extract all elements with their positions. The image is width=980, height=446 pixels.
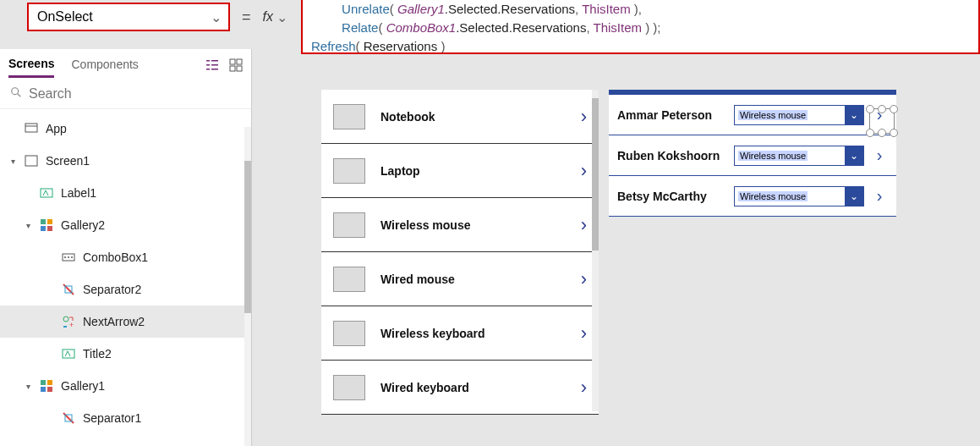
svg-rect-30 — [41, 387, 46, 392]
svg-rect-3 — [211, 64, 218, 66]
product-thumbnail — [333, 267, 365, 292]
gallery-icon — [39, 217, 54, 233]
svg-rect-8 — [230, 66, 235, 71]
tree-item-screen1[interactable]: ▾Screen1 — [0, 145, 251, 177]
chevron-right-icon[interactable]: › — [581, 322, 587, 344]
svg-rect-12 — [25, 124, 37, 132]
tree-item-label1[interactable]: Label1 — [0, 177, 251, 209]
search-placeholder: Search — [29, 86, 72, 102]
caret-icon: ▾ — [24, 382, 32, 391]
svg-rect-19 — [47, 226, 52, 231]
svg-rect-0 — [206, 60, 210, 62]
product-row[interactable]: Wired mouse› — [321, 252, 599, 306]
tree-item-label: App — [46, 122, 67, 135]
chevron-down-icon: ⌄ — [211, 9, 222, 25]
tree-item-combobox1[interactable]: ComboBox1 — [0, 241, 251, 273]
svg-rect-29 — [47, 380, 52, 385]
svg-rect-4 — [206, 69, 210, 70]
svg-rect-1 — [211, 60, 218, 62]
label-icon — [61, 346, 76, 361]
fx-icon: fx — [263, 9, 273, 25]
search-icon — [10, 86, 22, 102]
tree-item-gallery1[interactable]: ▾Gallery1 — [0, 370, 251, 402]
tree-item-separator2[interactable]: Separator2 — [0, 273, 251, 306]
chevron-right-icon[interactable]: › — [581, 268, 587, 290]
formula-bar[interactable]: If( IsBlank( ComboBox1.Selected ), Unrel… — [301, 0, 980, 54]
svg-rect-31 — [47, 387, 52, 392]
product-row[interactable]: Wired keyboard› — [321, 361, 599, 415]
tree-item-label: Separator2 — [83, 283, 141, 296]
tab-components[interactable]: Components — [71, 58, 138, 76]
grid-view-icon[interactable] — [229, 58, 243, 75]
property-selector[interactable]: OnSelect ⌄ — [27, 3, 230, 31]
gallery-scrollbar[interactable] — [592, 90, 599, 411]
svg-rect-2 — [206, 64, 210, 66]
reservation-name: Betsy McCarthy — [617, 190, 727, 203]
separator-icon — [61, 410, 76, 426]
tree-item-gallery2[interactable]: ▾Gallery2 — [0, 209, 251, 241]
tree-item-label: Gallery1 — [61, 379, 105, 393]
tree-item-nextarrow2[interactable]: +NextArrow2 — [0, 306, 251, 338]
reservation-row: Ammar PetersonWireless mouse⌄› — [609, 95, 896, 135]
svg-rect-28 — [41, 380, 46, 385]
product-name: Notebook — [381, 110, 435, 124]
tree-item-label: Label1 — [61, 186, 96, 200]
combobox-selected-value: Wireless mouse — [738, 151, 808, 161]
product-thumbnail — [333, 158, 365, 184]
property-selector-value: OnSelect — [37, 9, 93, 25]
product-combobox[interactable]: Wireless mouse⌄ — [734, 146, 864, 166]
product-thumbnail — [333, 375, 365, 400]
tree-item-label: Title2 — [83, 347, 112, 361]
tree-view: App▾Screen1Label1▾Gallery2ComboBox1Separ… — [0, 109, 251, 438]
tree-search[interactable]: Search — [0, 80, 251, 109]
product-row[interactable]: Wireless keyboard› — [321, 306, 599, 361]
tree-item-label: Gallery2 — [61, 218, 105, 232]
chevron-right-icon[interactable]: › — [581, 160, 587, 182]
svg-line-11 — [18, 94, 21, 97]
svg-rect-6 — [230, 59, 235, 64]
equals-icon: = — [242, 8, 251, 26]
svg-rect-14 — [25, 156, 37, 166]
list-view-icon[interactable] — [205, 58, 219, 75]
label-icon — [39, 185, 54, 201]
chevron-right-icon[interactable]: › — [581, 377, 587, 399]
reservations-panel: Ammar PetersonWireless mouse⌄›Ruben Koks… — [609, 90, 896, 217]
next-arrow-icon[interactable]: › — [871, 105, 888, 124]
fx-dropdown[interactable]: fx ⌄ — [263, 9, 293, 25]
product-row[interactable]: Notebook› — [321, 90, 599, 144]
caret-icon: ▾ — [8, 157, 17, 166]
reservation-name: Ammar Peterson — [617, 108, 727, 122]
combobox-selected-value: Wireless mouse — [738, 110, 808, 120]
chevron-down-icon[interactable]: ⌄ — [845, 187, 863, 206]
chevron-right-icon[interactable]: › — [581, 214, 587, 236]
product-row[interactable]: Wireless mouse› — [321, 198, 599, 252]
product-name: Wired keyboard — [381, 381, 469, 394]
chevron-down-icon: ⌄ — [276, 9, 287, 25]
next-arrow-icon[interactable]: › — [871, 146, 888, 165]
chevron-right-icon[interactable]: › — [581, 106, 587, 128]
chevron-down-icon[interactable]: ⌄ — [845, 146, 863, 165]
tab-screens[interactable]: Screens — [8, 57, 54, 78]
product-combobox[interactable]: Wireless mouse⌄ — [734, 186, 864, 206]
svg-text:+: + — [69, 321, 74, 329]
product-combobox[interactable]: Wireless mouse⌄ — [734, 105, 864, 125]
caret-icon: ▾ — [24, 221, 32, 230]
separator-icon — [61, 282, 76, 297]
svg-point-23 — [71, 256, 73, 258]
tree-item-label: NextArrow2 — [83, 315, 145, 328]
next-arrow-icon[interactable]: › — [871, 186, 888, 206]
tree-item-separator1[interactable]: Separator1 — [0, 402, 251, 434]
reservation-row: Ruben KokshoornWireless mouse⌄› — [609, 135, 896, 176]
reservation-row: Betsy McCarthyWireless mouse⌄› — [609, 176, 896, 217]
tree-scrollbar[interactable] — [244, 127, 251, 446]
product-row[interactable]: Laptop› — [321, 144, 599, 198]
combobox-icon — [61, 250, 76, 265]
tree-item-label: Screen1 — [46, 154, 90, 168]
product-gallery: Notebook›Laptop›Wireless mouse›Wired mou… — [321, 90, 599, 415]
svg-rect-7 — [237, 59, 242, 64]
tree-item-title2[interactable]: Title2 — [0, 338, 251, 370]
product-name: Wireless keyboard — [381, 327, 485, 340]
chevron-down-icon[interactable]: ⌄ — [845, 106, 863, 124]
product-name: Laptop — [381, 164, 420, 178]
tree-item-app[interactable]: App — [0, 113, 251, 145]
